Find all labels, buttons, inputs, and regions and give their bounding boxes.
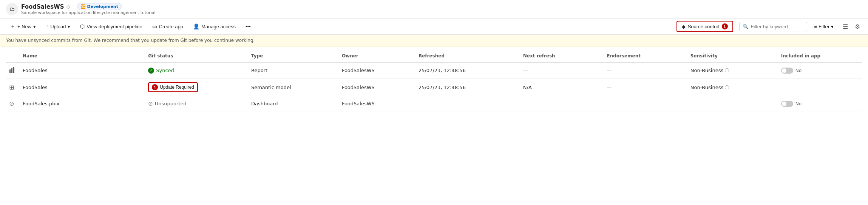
filter-area: 🔍 ≡ Filter ▾ ☰ ⚙ bbox=[739, 21, 862, 32]
gear-icon: ⚙ bbox=[855, 23, 860, 30]
view-pipeline-button[interactable]: ⬡ View deployment pipeline bbox=[76, 21, 146, 32]
dev-icon: 🔀 bbox=[80, 4, 86, 9]
manage-access-icon: 👤 bbox=[193, 23, 199, 29]
row-name: FoodSales.pbix bbox=[20, 96, 145, 111]
svg-rect-2 bbox=[13, 67, 14, 73]
more-label: ••• bbox=[246, 24, 251, 29]
manage-access-label: Manage access bbox=[201, 24, 236, 29]
unsupported-status: ⊘Unsupported bbox=[148, 100, 245, 107]
row-git-status[interactable]: ↻Update Required bbox=[145, 79, 248, 96]
row-included: No bbox=[778, 96, 862, 111]
filter-button[interactable]: ≡ Filter ▾ bbox=[810, 22, 838, 32]
row-sensitivity: — bbox=[687, 96, 778, 111]
source-control-button[interactable]: ◆ Source control 1 bbox=[676, 21, 733, 32]
toggle-label: No bbox=[795, 68, 802, 73]
row-type: Dashboard bbox=[248, 96, 339, 111]
upload-icon: ↑ bbox=[46, 23, 48, 29]
workspace-title: FoodSalesWS bbox=[21, 3, 64, 10]
manage-access-button[interactable]: 👤 Manage access bbox=[189, 21, 240, 32]
col-refreshed-header: Refreshed bbox=[415, 49, 520, 63]
diamond-icon: ◇ bbox=[66, 4, 70, 9]
toolbar: ＋ + New ▾ ↑ Upload ▾ ⬡ View deployment p… bbox=[0, 18, 868, 35]
sensitivity-text: Non-Business bbox=[690, 68, 723, 73]
workspace-avatar: 🗂 bbox=[6, 3, 18, 15]
table-header: Name Git status Type Owner Refreshed Nex… bbox=[6, 49, 862, 63]
dev-badge: 🔀 Development bbox=[77, 3, 122, 10]
col-name-header: Name bbox=[20, 49, 145, 63]
list-view-button[interactable]: ☰ bbox=[841, 21, 850, 32]
row-name: FoodSales bbox=[20, 63, 145, 79]
sensitivity-text: Non-Business bbox=[690, 85, 723, 90]
source-control-label: Source control bbox=[688, 24, 720, 29]
filter-label: Filter bbox=[819, 24, 829, 29]
new-button[interactable]: ＋ + New ▾ bbox=[6, 21, 40, 32]
avatar-icon: 🗂 bbox=[9, 6, 15, 12]
row-git-status: ✓Synced bbox=[145, 63, 248, 79]
toggle-label: No bbox=[795, 101, 802, 106]
col-type-header: Type bbox=[248, 49, 339, 63]
toggle-container: No bbox=[781, 101, 859, 107]
row-included bbox=[778, 79, 862, 96]
synced-label: Synced bbox=[156, 68, 174, 73]
row-type: Report bbox=[248, 63, 339, 79]
new-label: + New bbox=[17, 24, 31, 29]
unsupported-label: Unsupported bbox=[155, 101, 187, 106]
synced-icon: ✓ bbox=[148, 68, 154, 74]
row-owner: FoodSalesWS bbox=[339, 63, 415, 79]
table-row: ⊘FoodSales.pbix⊘UnsupportedDashboardFood… bbox=[6, 96, 862, 111]
workspace-subtitle: Sample workspace for application lifecyc… bbox=[21, 10, 156, 15]
table-row: FoodSales✓SyncedReportFoodSalesWS25/07/2… bbox=[6, 63, 862, 79]
create-app-icon: ▭ bbox=[152, 23, 157, 29]
info-icon[interactable]: ⓘ bbox=[725, 85, 729, 90]
row-refreshed: 25/07/23, 12:48:56 bbox=[415, 79, 520, 96]
included-toggle[interactable] bbox=[781, 101, 793, 107]
filter-input-container: 🔍 bbox=[739, 22, 807, 31]
list-icon: ☰ bbox=[843, 23, 848, 30]
view-pipeline-label: View deployment pipeline bbox=[86, 24, 142, 29]
row-endorsement: — bbox=[604, 96, 687, 111]
col-included-header: Included in app bbox=[778, 49, 862, 63]
search-input[interactable] bbox=[751, 24, 804, 29]
dev-badge-label: Development bbox=[87, 4, 118, 9]
update-required-label: Update Required bbox=[160, 85, 194, 90]
svg-rect-0 bbox=[9, 69, 11, 73]
row-refreshed: — bbox=[415, 96, 520, 111]
row-endorsement: — bbox=[604, 79, 687, 96]
row-sensitivity: Non-Businessⓘ bbox=[687, 79, 778, 96]
source-control-icon: ◆ bbox=[682, 24, 686, 29]
upload-chevron-icon: ▾ bbox=[68, 24, 70, 29]
header: 🗂 FoodSalesWS ◇ 🔀 Development Sample wor… bbox=[0, 0, 868, 18]
row-next-refresh: — bbox=[520, 63, 604, 79]
content-area: Name Git status Type Owner Refreshed Nex… bbox=[0, 49, 868, 111]
create-app-button[interactable]: ▭ Create app bbox=[148, 21, 187, 32]
row-next-refresh: — bbox=[520, 96, 604, 111]
chevron-down-icon: ▾ bbox=[33, 24, 36, 29]
row-type: Semantic model bbox=[248, 79, 339, 96]
row-included: No bbox=[778, 63, 862, 79]
workspace-info: FoodSalesWS ◇ 🔀 Development Sample works… bbox=[21, 3, 156, 15]
unsupported-icon: ⊘ bbox=[148, 100, 153, 107]
col-endorsement-header: Endorsement bbox=[604, 49, 687, 63]
included-toggle[interactable] bbox=[781, 68, 793, 74]
info-icon[interactable]: ⓘ bbox=[725, 68, 729, 73]
row-owner: FoodSalesWS bbox=[339, 79, 415, 96]
row-owner: FoodSalesWS bbox=[339, 96, 415, 111]
source-control-badge: 1 bbox=[722, 23, 728, 29]
table-row: ⊞FoodSales↻Update RequiredSemantic model… bbox=[6, 79, 862, 96]
update-required-button[interactable]: ↻Update Required bbox=[148, 82, 198, 92]
row-endorsement: — bbox=[604, 63, 687, 79]
settings-button[interactable]: ⚙ bbox=[853, 21, 862, 32]
row-icon bbox=[6, 63, 20, 79]
svg-rect-1 bbox=[11, 68, 12, 73]
search-icon: 🔍 bbox=[743, 24, 749, 29]
more-button[interactable]: ••• bbox=[241, 22, 255, 32]
update-icon: ↻ bbox=[152, 84, 158, 90]
row-git-status: ⊘Unsupported bbox=[145, 96, 248, 111]
row-sensitivity: Non-Businessⓘ bbox=[687, 63, 778, 79]
toggle-container: No bbox=[781, 68, 859, 74]
upload-button[interactable]: ↑ Upload ▾ bbox=[42, 21, 74, 32]
warning-text: You have unsynced commits from Git. We r… bbox=[6, 38, 255, 43]
toggle-knob bbox=[782, 102, 786, 106]
workspace-name-row: FoodSalesWS ◇ 🔀 Development bbox=[21, 3, 156, 10]
row-refreshed: 25/07/23, 12:48:56 bbox=[415, 63, 520, 79]
